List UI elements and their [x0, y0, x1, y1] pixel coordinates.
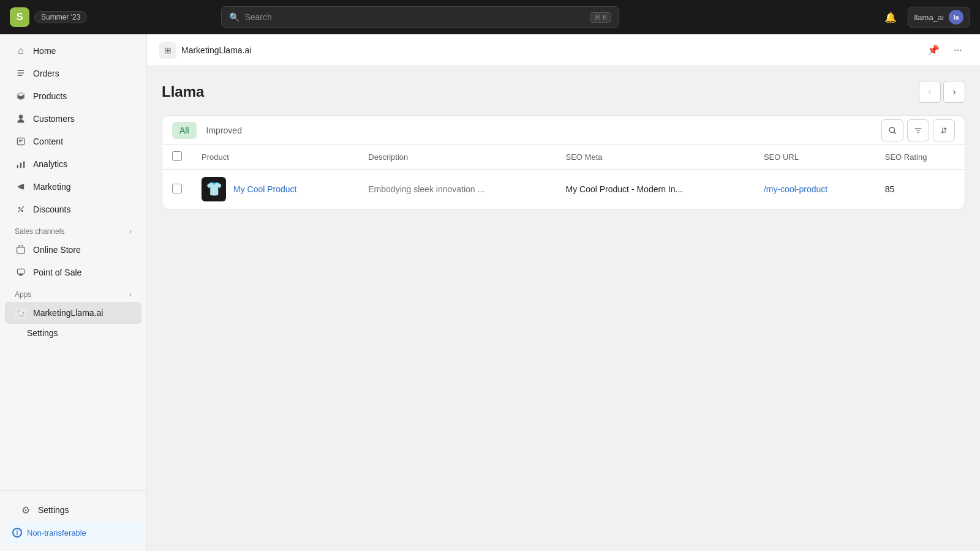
content-area: Llama ‹ › All Improved: [147, 66, 980, 551]
breadcrumb-text: MarketingLlama.ai: [181, 45, 251, 55]
tabs-left: All Improved: [172, 122, 249, 139]
sidebar-item-orders[interactable]: Orders: [5, 62, 141, 84]
seo-url-link[interactable]: /my-cool-product: [764, 184, 827, 194]
content-icon: [15, 135, 27, 148]
search-bar[interactable]: 🔍 Search ⌘ K: [221, 6, 619, 28]
seo-rating-value: 85: [885, 184, 895, 194]
seo-url-cell: /my-cool-product: [754, 170, 875, 209]
sort-button[interactable]: [933, 119, 955, 141]
svg-rect-14: [17, 247, 25, 253]
apps-arrow[interactable]: ›: [129, 290, 132, 299]
svg-rect-15: [17, 269, 24, 274]
tabs-right: [881, 119, 955, 141]
products-icon: [15, 90, 27, 102]
summer-badge: Summer '23: [34, 11, 87, 23]
header-actions: 📌 ···: [924, 40, 968, 60]
svg-rect-10: [18, 186, 19, 187]
col-description: Description: [358, 145, 556, 170]
page-title-row: Llama ‹ ›: [162, 81, 965, 103]
sidebar-item-label: Content: [33, 137, 63, 146]
sidebar-item-marketing[interactable]: Marketing: [5, 176, 141, 198]
sidebar-item-label: Settings: [38, 505, 69, 515]
svg-line-19: [894, 132, 896, 133]
sidebar-item-app-settings[interactable]: Settings: [5, 324, 141, 342]
sidebar-item-point-of-sale[interactable]: Point of Sale: [5, 261, 141, 283]
breadcrumb-app-icon: ⊞: [159, 42, 176, 59]
sidebar-item-label: Discounts: [33, 204, 70, 214]
user-menu-button[interactable]: llama_ai la: [908, 7, 970, 28]
avatar: la: [949, 10, 963, 24]
non-transferable-label: Non-transferable: [27, 528, 86, 538]
description-cell: Embodying sleek innovation ...: [358, 170, 556, 209]
sidebar: ⌂ Home Orders Products Customers: [0, 34, 147, 551]
sidebar-item-label: Marketing: [33, 182, 70, 192]
search-placeholder: Search: [244, 12, 585, 22]
svg-rect-1: [17, 72, 24, 73]
sidebar-item-discounts[interactable]: Discounts: [5, 198, 141, 220]
sidebar-item-online-store[interactable]: Online Store: [5, 239, 141, 261]
prev-button[interactable]: ‹: [919, 81, 941, 103]
search-filter-button[interactable]: [881, 119, 903, 141]
svg-rect-5: [19, 140, 23, 141]
more-button[interactable]: ···: [948, 40, 968, 60]
topbar: S Summer '23 🔍 Search ⌘ K 🔔 llama_ai la: [0, 0, 980, 34]
sidebar-item-label: Analytics: [33, 159, 67, 169]
sidebar-item-customers[interactable]: Customers: [5, 108, 141, 130]
tab-all[interactable]: All: [172, 122, 197, 139]
shopify-logo: S Summer '23: [10, 7, 87, 27]
products-table: Product Description SEO Meta SEO URL SEO…: [162, 145, 965, 209]
sidebar-item-label: Online Store: [33, 245, 81, 255]
col-product: Product: [192, 145, 358, 170]
row-checkbox[interactable]: [172, 184, 182, 193]
nav-arrows: ‹ ›: [919, 81, 965, 103]
search-icon: 🔍: [229, 12, 239, 22]
col-seo-url: SEO URL: [754, 145, 875, 170]
sidebar-item-label: Products: [33, 91, 67, 101]
settings-icon: ⚙: [20, 504, 32, 516]
sidebar-bottom: ⚙ Settings i Non-transferable: [0, 490, 146, 551]
svg-rect-2: [17, 75, 22, 76]
svg-rect-16: [20, 275, 23, 276]
filter-button[interactable]: [907, 119, 929, 141]
seo-rating-cell: 85: [875, 170, 965, 209]
col-seo-meta: SEO Meta: [556, 145, 754, 170]
sidebar-item-products[interactable]: Products: [5, 85, 141, 107]
topbar-right: 🔔 llama_ai la: [881, 7, 970, 28]
sidebar-item-label: Orders: [33, 69, 59, 78]
notifications-button[interactable]: 🔔: [881, 7, 900, 27]
sales-channels-arrow[interactable]: ›: [129, 227, 132, 236]
apps-label: Apps: [15, 290, 31, 299]
page-header-bar: ⊞ MarketingLlama.ai 📌 ···: [147, 34, 980, 66]
select-all-checkbox[interactable]: [172, 151, 182, 161]
next-button[interactable]: ›: [943, 81, 965, 103]
sidebar-item-label: Point of Sale: [33, 268, 81, 277]
discounts-icon: [15, 203, 27, 216]
online-store-icon: [15, 244, 27, 256]
table-tabs: All Improved: [162, 116, 965, 145]
tab-improved[interactable]: Improved: [199, 122, 249, 139]
non-transferable-banner: i Non-transferable: [5, 522, 141, 544]
svg-rect-6: [19, 141, 21, 142]
sidebar-item-analytics[interactable]: Analytics: [5, 153, 141, 175]
sidebar-item-content[interactable]: Content: [5, 130, 141, 152]
product-link[interactable]: My Cool Product: [233, 184, 296, 194]
analytics-icon: [15, 158, 27, 170]
sidebar-item-settings[interactable]: ⚙ Settings: [10, 499, 137, 521]
orders-icon: [15, 67, 27, 80]
sales-channels-section: Sales channels ›: [5, 221, 141, 238]
svg-point-12: [21, 210, 23, 212]
sidebar-item-label: Settings: [27, 328, 58, 338]
product-cell: 👕 My Cool Product: [192, 170, 358, 209]
sidebar-item-home[interactable]: ⌂ Home: [5, 40, 141, 62]
sidebar-item-marketingllama[interactable]: 🦙 MarketingLlama.ai: [5, 302, 141, 324]
non-transferable-icon: i: [12, 528, 22, 538]
page-title: Llama: [162, 83, 204, 100]
svg-rect-17: [18, 274, 23, 275]
customers-icon: [15, 113, 27, 125]
description-text: Embodying sleek innovation ...: [368, 184, 484, 194]
marketingllama-icon: 🦙: [15, 307, 27, 319]
seo-meta-cell: My Cool Product - Modern In...: [556, 170, 754, 209]
pin-button[interactable]: 📌: [924, 40, 943, 60]
point-of-sale-icon: [15, 266, 27, 279]
sidebar-item-label: Customers: [33, 114, 75, 124]
